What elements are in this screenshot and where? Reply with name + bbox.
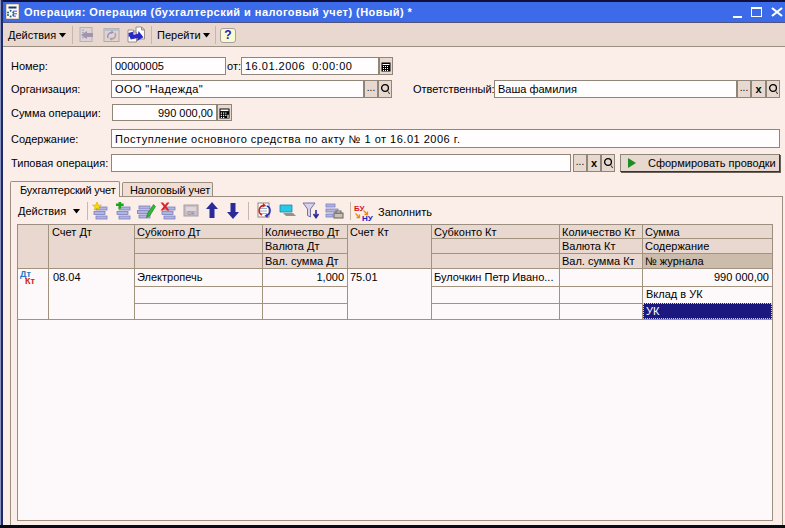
svg-text:НУ: НУ [362,214,374,222]
svg-text:ОК: ОК [188,210,195,216]
